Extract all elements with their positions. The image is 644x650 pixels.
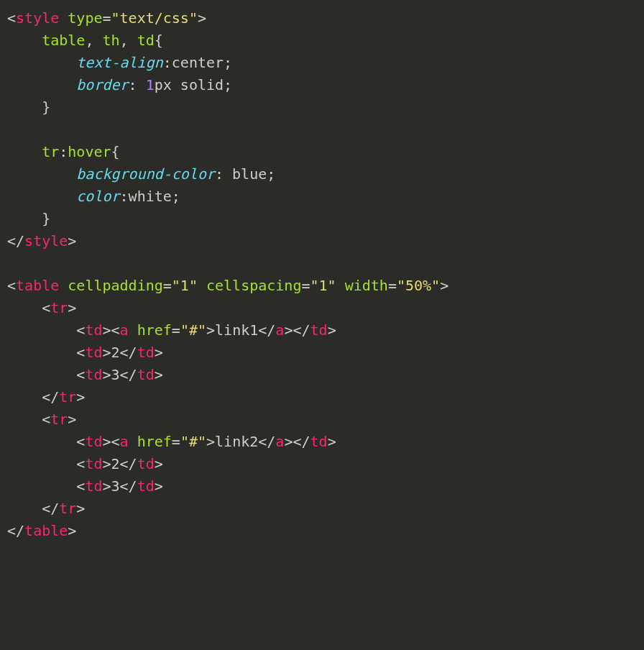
code-line: </tr>	[7, 386, 637, 408]
code-token: href	[137, 321, 172, 339]
code-token: >	[328, 433, 336, 450]
code-token: blue	[232, 165, 267, 183]
code-token	[7, 165, 76, 183]
code-token: </	[120, 366, 137, 383]
code-line	[7, 119, 637, 141]
code-token: a	[120, 321, 129, 339]
code-line: <td><a href="#">link1</a></td>	[7, 319, 637, 342]
code-token: 2	[111, 455, 120, 472]
code-token	[7, 32, 42, 49]
code-token: =	[172, 433, 180, 450]
code-token: td	[85, 321, 102, 339]
code-token: =	[102, 9, 111, 27]
code-token: ,	[120, 32, 137, 49]
code-token: <	[7, 477, 85, 495]
code-token: <	[7, 299, 50, 316]
code-token: </	[120, 455, 137, 472]
code-token: tr	[50, 299, 68, 316]
code-token: :	[120, 188, 129, 205]
code-token: text-align	[76, 54, 162, 71]
code-token: border	[76, 76, 128, 93]
code-token: <	[7, 9, 16, 27]
code-token	[129, 321, 137, 339]
code-token: :	[163, 54, 172, 71]
code-token: >	[198, 9, 206, 27]
code-token	[7, 54, 76, 71]
code-token: <	[7, 411, 50, 428]
code-token: :	[129, 76, 146, 93]
code-token	[59, 9, 68, 27]
code-token: tr	[42, 143, 59, 160]
code-token: td	[85, 366, 102, 383]
code-token	[198, 277, 206, 294]
code-line: <tr>	[7, 408, 637, 431]
code-token: td	[310, 321, 328, 339]
code-token: <	[7, 366, 85, 383]
code-token: th	[102, 32, 119, 49]
code-token: <	[7, 433, 85, 450]
code-token: ><	[102, 321, 119, 339]
code-token: link2	[215, 433, 258, 450]
code-token: td	[85, 477, 102, 495]
code-token: td	[85, 455, 102, 472]
code-token: >	[102, 455, 111, 472]
code-token: >	[76, 388, 85, 406]
code-token: center	[172, 54, 224, 71]
code-token: </	[258, 321, 275, 339]
code-token: color	[76, 188, 119, 205]
code-token: "#"	[180, 321, 206, 339]
code-token: tr	[50, 411, 68, 428]
code-token: tr	[59, 388, 76, 406]
code-token: "1"	[310, 277, 336, 294]
code-token: "50%"	[397, 277, 440, 294]
code-token: type	[68, 9, 102, 27]
code-token: >	[155, 344, 163, 361]
code-token: }	[7, 99, 50, 116]
code-token: >	[102, 366, 111, 383]
code-line: }	[7, 96, 637, 119]
code-token: td	[137, 344, 155, 361]
code-token: ><	[102, 433, 119, 450]
code-token: </	[120, 344, 137, 361]
code-token: px solid	[155, 76, 224, 93]
code-snippet: <style type="text/css"> table, th, td{ t…	[7, 7, 637, 542]
code-token: >	[102, 344, 111, 361]
code-token: >	[440, 277, 448, 294]
code-line: <td>2</td>	[7, 342, 637, 364]
code-token: style	[24, 232, 68, 250]
code-token: hover	[68, 143, 111, 160]
code-token: >	[206, 433, 215, 450]
code-token: >	[102, 477, 111, 495]
code-token: </	[258, 433, 275, 450]
code-token: ;	[224, 76, 232, 93]
code-token: >	[68, 522, 76, 539]
code-token: 3	[111, 366, 120, 383]
code-token: }	[7, 210, 50, 227]
code-line: border: 1px solid;	[7, 74, 637, 96]
code-token: table	[16, 277, 59, 294]
code-token: ;	[172, 188, 180, 205]
code-token: =	[172, 321, 180, 339]
code-token	[7, 143, 42, 160]
code-token: ></	[284, 433, 310, 450]
code-token: >	[155, 477, 163, 495]
code-token: href	[137, 433, 172, 450]
code-token: >	[206, 321, 215, 339]
code-token: ></	[284, 321, 310, 339]
code-token: cellpadding	[68, 277, 162, 294]
code-token: a	[120, 433, 129, 450]
code-token: {	[111, 143, 120, 160]
code-token: width	[345, 277, 388, 294]
code-token: 3	[111, 477, 120, 495]
code-token: ;	[224, 54, 232, 71]
code-token: >	[68, 232, 76, 250]
code-token: td	[137, 455, 155, 472]
code-line: <table cellpadding="1" cellspacing="1" w…	[7, 275, 637, 297]
code-token: :	[215, 165, 232, 183]
code-line: background-color: blue;	[7, 163, 637, 186]
code-token: link1	[215, 321, 258, 339]
code-token: {	[155, 32, 163, 49]
code-token: <	[7, 321, 85, 339]
code-token	[7, 76, 76, 93]
code-token: <	[7, 344, 85, 361]
